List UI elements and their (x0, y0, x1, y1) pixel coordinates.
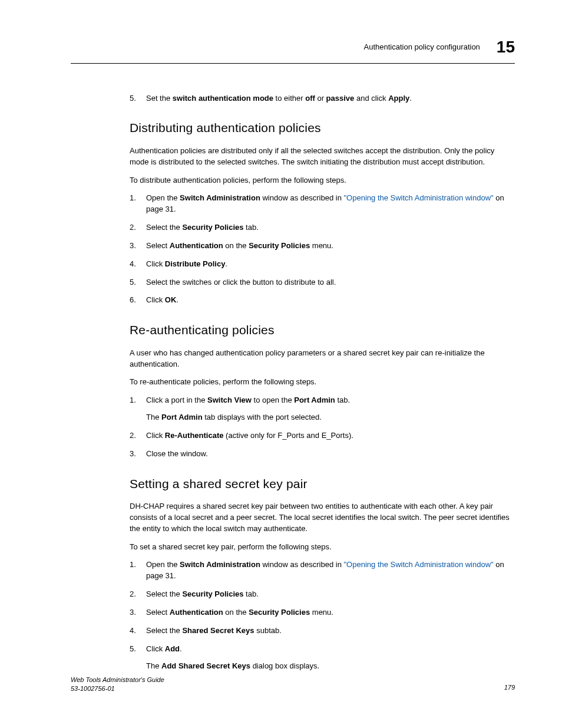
header-title: Authentication policy configuration (364, 42, 480, 53)
chapter-number: 15 (497, 35, 515, 60)
text: Click (146, 259, 165, 268)
text: to open the (252, 396, 294, 404)
bold: switch authentication mode (173, 94, 273, 103)
header-rule (71, 63, 515, 64)
text: Select the switches or click the button … (146, 278, 336, 286)
text: Select the (146, 589, 182, 598)
content: Set the switch authentication mode to ei… (130, 93, 515, 672)
step: Select the Security Policies tab. (130, 222, 515, 233)
bold: Switch View (207, 396, 252, 404)
bold: Shared Secret Keys (182, 626, 254, 635)
bold: Switch Administration (180, 560, 260, 569)
bold: OK (165, 295, 177, 304)
paragraph: To re-authenticate policies, perform the… (130, 377, 515, 388)
text: dialog box displays. (250, 661, 319, 670)
text: tab. (244, 223, 259, 232)
text: to either (273, 94, 305, 103)
text: . (225, 259, 227, 268)
step: Select the Security Policies tab. (130, 589, 515, 600)
step: Select the Shared Secret Keys subtab. (130, 625, 515, 637)
text: Set the (146, 94, 173, 103)
text: tab. (335, 396, 350, 404)
step: Open the Switch Administration window as… (130, 559, 515, 582)
page-footer: Web Tools Administrator's Guide 53-10027… (71, 676, 515, 693)
text: subtab. (254, 626, 282, 635)
doc-title: Web Tools Administrator's Guide (71, 676, 164, 684)
paragraph: To distribute authentication policies, p… (130, 175, 515, 186)
step: Click OK. (130, 295, 515, 306)
text: Select (146, 241, 170, 250)
steps-shared-secret: Open the Switch Administration window as… (130, 559, 515, 671)
bold: Security Policies (182, 589, 243, 598)
text: Click (146, 644, 165, 653)
bold: Add Shared Secret Keys (161, 661, 250, 670)
link-opening-switch-admin[interactable]: "Opening the Switch Administration windo… (344, 193, 494, 202)
text: menu. (310, 608, 333, 617)
text: on the (223, 241, 249, 250)
bold: Port Admin (161, 413, 203, 421)
text: Select the (146, 626, 182, 635)
page-number: 179 (504, 683, 515, 693)
bold: Authentication (170, 608, 223, 617)
text: window as described in (260, 560, 344, 569)
bold: Security Policies (249, 241, 310, 250)
paragraph: Authentication policies are distributed … (130, 146, 515, 168)
heading-shared-secret: Setting a shared secret key pair (130, 475, 515, 493)
step: Open the Switch Administration window as… (130, 193, 515, 215)
step: Click Re-Authenticate (active only for F… (130, 430, 515, 442)
bold: Apply (388, 94, 409, 103)
text: menu. (310, 241, 333, 250)
text: The (146, 661, 161, 670)
bold: Re-Authenticate (165, 431, 224, 440)
paragraph: A user who has changed authentication po… (130, 348, 515, 370)
text: tab. (244, 589, 259, 598)
steps-distributing: Open the Switch Administration window as… (130, 193, 515, 306)
doc-number: 53-1002756-01 (71, 684, 164, 693)
top-continued-list: Set the switch authentication mode to ei… (130, 93, 515, 104)
text: . (176, 295, 178, 304)
text: The (146, 413, 161, 421)
page: Authentication policy configuration 15 S… (0, 0, 562, 728)
step: Select the switches or click the button … (130, 277, 515, 288)
bold: Security Policies (249, 608, 310, 617)
text: Select the (146, 223, 182, 232)
footer-left: Web Tools Administrator's Guide 53-10027… (71, 676, 164, 693)
bold: Switch Administration (180, 193, 260, 202)
text: . (409, 94, 412, 103)
text: Click (146, 431, 165, 440)
bold: Security Policies (182, 223, 243, 232)
text: tab displays with the port selected. (203, 413, 322, 421)
text: window as described in (260, 193, 344, 202)
link-opening-switch-admin[interactable]: "Opening the Switch Administration windo… (344, 560, 494, 569)
heading-reauth: Re-authenticating policies (130, 321, 515, 339)
text: on the (223, 608, 249, 617)
bold: Authentication (170, 241, 223, 250)
step-sub: The Add Shared Secret Keys dialog box di… (146, 661, 515, 672)
text: Open the (146, 560, 180, 569)
paragraph: DH-CHAP requires a shared secret key pai… (130, 501, 515, 535)
steps-reauth: Click a port in the Switch View to open … (130, 395, 515, 459)
step: Click a port in the Switch View to open … (130, 395, 515, 423)
paragraph: To set a shared secret key pair, perform… (130, 542, 515, 553)
text: Close the window. (146, 449, 208, 458)
text: Open the (146, 193, 180, 202)
text: Click (146, 295, 165, 304)
bold: Distribute Policy (165, 259, 226, 268)
text: Click a port in the (146, 396, 207, 404)
text: . (180, 644, 182, 653)
step: Select Authentication on the Security Po… (130, 607, 515, 618)
text: or (315, 94, 326, 103)
step: Select Authentication on the Security Po… (130, 241, 515, 252)
bold: off (305, 94, 315, 103)
bold: Port Admin (294, 396, 335, 404)
step: Click Distribute Policy. (130, 259, 515, 270)
bold: passive (326, 94, 355, 103)
step: Click Add. The Add Shared Secret Keys di… (130, 644, 515, 672)
text: (active only for F_Ports and E_Ports). (223, 431, 353, 440)
page-header: Authentication policy configuration 15 (71, 35, 515, 60)
text: Select (146, 608, 170, 617)
step-sub: The Port Admin tab displays with the por… (146, 412, 515, 423)
text: and click (354, 94, 388, 103)
step-5-set-auth-mode: Set the switch authentication mode to ei… (130, 93, 515, 104)
step: Close the window. (130, 449, 515, 460)
